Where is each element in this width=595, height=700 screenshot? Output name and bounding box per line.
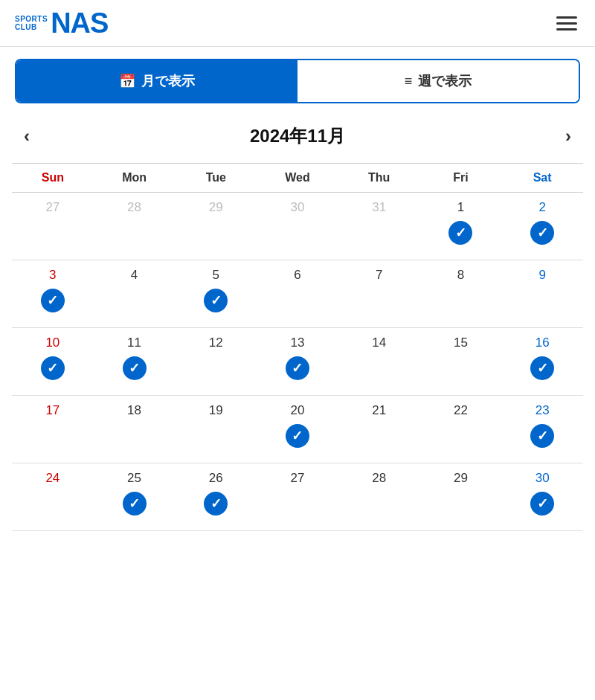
date-number: 14 <box>372 335 386 350</box>
calendar-body: 2728293031123456789101112131415161718192… <box>12 193 583 531</box>
calendar-cell: 30 <box>257 193 338 260</box>
date-number: 10 <box>45 335 60 350</box>
day-label-mon: Mon <box>94 168 176 187</box>
date-number: 30 <box>291 200 305 215</box>
date-number: 2 <box>538 200 545 215</box>
prev-month-button[interactable]: ‹ <box>18 123 36 150</box>
calendar-cell[interactable]: 25 <box>94 463 176 530</box>
view-toggle: 📅 月で表示 ≡ 週で表示 <box>15 59 580 103</box>
date-number: 3 <box>49 268 56 283</box>
hamburger-menu-button[interactable] <box>553 13 580 33</box>
calendar-cell[interactable]: 5 <box>175 260 257 327</box>
calendar-cell: 8 <box>420 260 502 327</box>
date-number: 23 <box>536 403 550 418</box>
logo-nas: NAS <box>51 9 108 37</box>
date-number: 7 <box>376 268 382 283</box>
calendar-cell: 19 <box>175 396 257 463</box>
calendar-cell[interactable]: 10 <box>12 328 94 395</box>
date-number: 29 <box>209 200 223 215</box>
calendar-cell: 14 <box>338 328 420 395</box>
logo: SPORTSCLUB NAS <box>15 9 108 37</box>
date-number: 31 <box>372 200 386 215</box>
calendar-cell[interactable]: 16 <box>501 328 583 395</box>
date-number: 29 <box>454 471 468 486</box>
calendar-cell: 22 <box>420 396 502 463</box>
date-number: 30 <box>536 471 550 486</box>
calendar-cell: 27 <box>12 193 94 260</box>
calendar-row: 3456789 <box>12 260 583 328</box>
calendar-row: 10111213141516 <box>12 328 583 396</box>
check-icon <box>123 356 147 380</box>
date-number: 15 <box>454 335 468 350</box>
calendar-cell[interactable]: 3 <box>12 260 94 327</box>
check-icon <box>41 356 65 380</box>
date-number: 13 <box>291 335 305 350</box>
calendar-cell: 12 <box>175 328 257 395</box>
date-number: 27 <box>291 471 305 486</box>
calendar-cell[interactable]: 2 <box>501 193 583 260</box>
calendar-cell: 28 <box>94 193 176 260</box>
date-number: 28 <box>372 471 386 486</box>
monthly-label: 月で表示 <box>141 72 195 90</box>
calendar-row: 17181920212223 <box>12 396 583 463</box>
date-number: 4 <box>131 268 138 283</box>
check-icon <box>204 492 228 516</box>
logo-text-block: SPORTSCLUB <box>15 15 48 31</box>
calendar-cell: 21 <box>338 396 420 463</box>
calendar-cell[interactable]: 20 <box>257 396 338 463</box>
date-number: 20 <box>291 403 305 418</box>
calendar-cell[interactable]: 1 <box>420 193 502 260</box>
check-icon <box>530 356 554 380</box>
check-icon <box>286 424 309 448</box>
next-month-button[interactable]: › <box>559 123 577 150</box>
list-icon: ≡ <box>405 74 413 89</box>
calendar-title: 2024年11月 <box>250 124 345 148</box>
calendar-cell: 6 <box>257 260 338 327</box>
calendar-cell: 18 <box>94 396 176 463</box>
check-icon <box>530 221 554 245</box>
calendar-cell: 24 <box>12 463 94 530</box>
calendar-cell[interactable]: 23 <box>501 396 583 463</box>
header: SPORTSCLUB NAS <box>0 0 595 47</box>
date-number: 17 <box>45 403 60 418</box>
date-number: 19 <box>209 403 223 418</box>
calendar-cell: 15 <box>420 328 502 395</box>
date-number: 8 <box>457 268 464 283</box>
monthly-view-button[interactable]: 📅 月で表示 <box>16 60 298 102</box>
calendar-cell: 9 <box>501 260 583 327</box>
calendar-cell[interactable]: 11 <box>94 328 176 395</box>
weekly-label: 週で表示 <box>418 72 472 90</box>
calendar-grid: SunMonTueWedThuFriSat 272829303112345678… <box>0 163 595 531</box>
date-number: 24 <box>45 471 60 486</box>
date-number: 18 <box>127 403 141 418</box>
calendar-cell[interactable]: 30 <box>501 463 583 530</box>
date-number: 28 <box>127 200 141 215</box>
day-label-wed: Wed <box>257 168 338 187</box>
calendar-cell: 29 <box>420 463 502 530</box>
check-icon <box>448 221 472 245</box>
date-number: 26 <box>209 471 223 486</box>
calendar-row: 24252627282930 <box>12 463 583 531</box>
date-number: 6 <box>294 268 300 283</box>
date-number: 5 <box>213 268 219 283</box>
calendar-cell: 17 <box>12 396 94 463</box>
weekly-view-button[interactable]: ≡ 週で表示 <box>298 60 579 102</box>
calendar-cell: 29 <box>175 193 257 260</box>
calendar-cell: 28 <box>338 463 420 530</box>
check-icon <box>530 492 554 516</box>
calendar-cell[interactable]: 13 <box>257 328 338 395</box>
day-label-fri: Fri <box>420 168 502 187</box>
date-number: 21 <box>372 403 386 418</box>
check-icon <box>41 289 65 312</box>
day-label-thu: Thu <box>338 168 420 187</box>
calendar-icon: 📅 <box>119 73 135 89</box>
date-number: 27 <box>45 200 60 215</box>
calendar-cell[interactable]: 26 <box>175 463 257 530</box>
calendar-cell: 31 <box>338 193 420 260</box>
check-icon <box>286 356 309 380</box>
date-number: 22 <box>454 403 468 418</box>
check-icon <box>530 424 554 448</box>
date-number: 1 <box>457 200 464 215</box>
logo-sports-club: SPORTSCLUB <box>15 15 48 31</box>
day-label-sun: Sun <box>12 168 94 187</box>
